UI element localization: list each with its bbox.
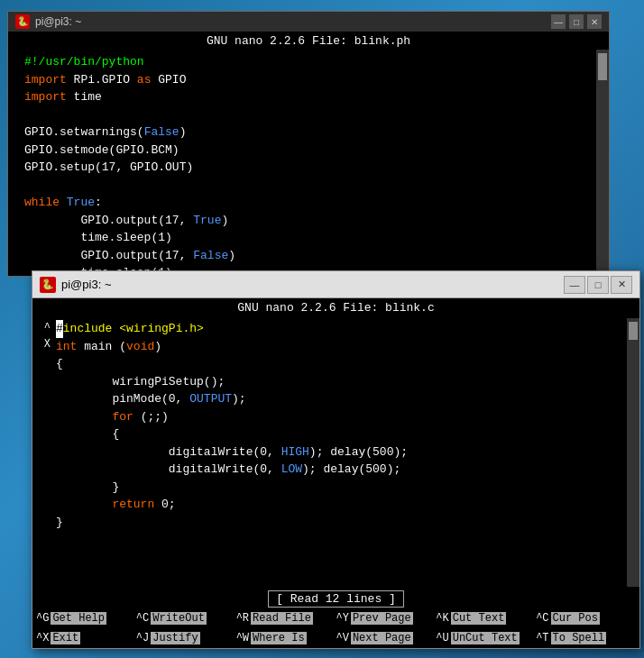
close-btn-2[interactable]: ✕ [611,276,632,294]
nano-header-1: GNU nano 2.2.6 File: blink.ph [8,32,609,50]
nano-header-2: GNU nano 2.2.6 File: blink.c [32,298,639,316]
window2-controls: — □ ✕ [564,276,632,294]
shortcut-row-1: ^G Get Help ^C WriteOut ^R Read File ^Y … [32,608,639,628]
left-gutter: ^ X [32,318,52,587]
code-line: { [56,425,623,443]
scrollbar-2[interactable] [627,318,639,587]
minimize-btn-1[interactable]: — [551,14,566,29]
code-line [8,177,605,195]
window1-python: 🐍 pi@pi3: ~ — □ ✕ GNU nano 2.2.6 File: b… [7,11,610,277]
code-line: GPIO.output(17, False) [8,247,605,265]
maximize-btn-2[interactable]: □ [587,276,609,294]
title-bar-1: 🐍 pi@pi3: ~ — □ ✕ [8,12,609,32]
shortcut-prev-page: ^Y Prev Page [336,609,436,627]
code-line: digitalWrite(0, LOW); delay(500); [56,461,623,479]
code-line: #include <wiringPi.h> [56,320,623,338]
shortcut-cur-pos: ^C Cur Pos [536,609,636,627]
code-line: GPIO.setwarnings(False) [8,123,605,142]
window1-controls: — □ ✕ [551,14,602,29]
code-content-2: #include <wiringPi.h> int main (void) { … [52,318,627,587]
shortcut-get-help: ^G Get Help [36,609,136,627]
code-line [8,106,605,124]
code-line: GPIO.setmode(GPIO.BCM) [8,142,605,160]
code-line: digitalWrite(0, HIGH); delay(500); [56,443,623,462]
code-line: } [56,514,623,532]
scrollbar-1[interactable] [596,50,609,276]
code-line: wiringPiSetup(); [56,373,623,391]
title-bar-2: 🐍 pi@pi3: ~ — □ ✕ [32,271,639,298]
shortcut-uncut-text: ^U UnCut Text [436,629,536,647]
code-line: GPIO.output(17, True) [8,212,605,230]
title-bar-left-1: 🐍 pi@pi3: ~ [15,14,81,29]
code-line: pinMode(0, OUTPUT); [56,390,623,408]
scrollbar-thumb-1[interactable] [598,53,607,80]
code-line: #!/usr/bin/python [8,53,605,71]
code-area-1: #!/usr/bin/python import RPi.GPIO as GPI… [8,50,609,276]
window1-title: pi@pi3: ~ [35,15,81,28]
python-icon-2: 🐍 [40,277,56,293]
shortcut-where-is: ^W Where Is [236,629,336,647]
shortcut-bar: ^G Get Help ^C WriteOut ^R Read File ^Y … [32,608,639,648]
shortcut-row-2: ^X Exit ^J Justify ^W Where Is ^V Next P… [32,628,639,648]
code-line: time.sleep(1) [8,229,605,247]
shortcut-justify: ^J Justify [136,629,236,647]
code-line: GPIO.setup(17, GPIO.OUT) [8,159,605,177]
close-btn-1[interactable]: ✕ [587,14,602,29]
scrollbar-thumb-2[interactable] [629,322,638,340]
shortcut-cut-text: ^K Cut Text [436,609,536,627]
minimize-btn-2[interactable]: — [564,276,585,294]
code-area-2: ^ X #include <wiringPi.h> int main (void… [32,316,639,589]
code-line: import time [8,88,605,106]
code-line: import RPi.GPIO as GPIO [8,71,605,89]
window2-c: 🐍 pi@pi3: ~ — □ ✕ GNU nano 2.2.6 File: b… [32,270,640,649]
shortcut-read-file: ^R Read File [236,609,336,627]
code-line: } [56,479,623,497]
maximize-btn-1[interactable]: □ [569,14,584,29]
python-icon-1: 🐍 [15,14,30,29]
code-line: while True: [8,194,605,212]
shortcut-to-spell: ^T To Spell [536,629,636,647]
shortcut-exit: ^X Exit [36,629,136,647]
shortcut-writeout: ^C WriteOut [136,609,236,627]
code-line: { [56,355,623,373]
window2-title: pi@pi3: ~ [61,278,111,291]
code-line: int main (void) [56,338,623,356]
shortcut-next-page: ^V Next Page [336,629,436,647]
status-badge: [ Read 12 lines ] [268,590,404,608]
title-bar-left-2: 🐍 pi@pi3: ~ [40,277,111,293]
status-bar: [ Read 12 lines ] [32,589,639,608]
code-line: for (;;) [56,408,623,426]
code-line: return 0; [56,496,623,514]
